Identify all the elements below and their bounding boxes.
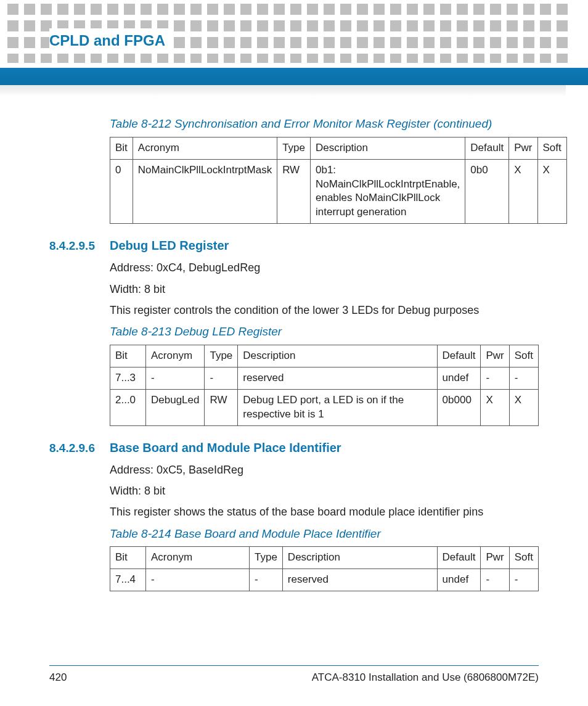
table-header-cell: Bit: [110, 547, 146, 569]
table-cell: undef: [437, 569, 481, 591]
table-row: 7...3--reservedundef--: [110, 367, 539, 389]
table-header-cell: Default: [465, 137, 509, 159]
table-header-cell: Default: [437, 547, 481, 569]
table-cell: 0: [110, 159, 133, 224]
table-row: 0NoMainClkPllLockIntrptMaskRW0b1: NoMain…: [110, 159, 567, 224]
table-header-cell: Description: [282, 547, 437, 569]
table-cell: X: [537, 159, 566, 224]
table-cell: -: [146, 367, 205, 389]
width-line: Width: 8 bit: [110, 282, 539, 297]
table-cell: RW: [277, 159, 311, 224]
table-cell: 0b1: NoMainClkPllLockIntrptEnable, enabl…: [311, 159, 465, 224]
table-cell: -: [481, 569, 509, 591]
table-cell: X: [509, 389, 538, 425]
table-header-cell: Pwr: [509, 137, 537, 159]
table-row: 2...0DebugLedRWDebug LED port, a LED is …: [110, 389, 539, 425]
table-header-cell: Soft: [537, 137, 566, 159]
page-footer: 420 ATCA-8310 Installation and Use (6806…: [49, 665, 539, 685]
table-header-cell: Acronym: [133, 137, 277, 159]
table-212: BitAcronymTypeDescriptionDefaultPwrSoft0…: [110, 137, 567, 224]
table-cell: Debug LED port, a LED is on if the respe…: [238, 389, 437, 425]
table-213-caption: Table 8-213 Debug LED Register: [110, 324, 539, 340]
table-header-cell: Type: [277, 137, 311, 159]
page-number: 420: [49, 671, 67, 685]
table-cell: RW: [205, 389, 238, 425]
table-header-row: BitAcronymTypeDescriptionDefaultPwrSoft: [110, 345, 539, 367]
table-214: BitAcronymTypeDescriptionDefaultPwrSoft7…: [110, 546, 539, 591]
table-header-row: BitAcronymTypeDescriptionDefaultPwrSoft: [110, 547, 539, 569]
table-header-cell: Acronym: [146, 547, 250, 569]
table-cell: -: [509, 569, 538, 591]
section-8-4-2-9-6-heading: 8.4.2.9.6 Base Board and Module Place Id…: [49, 440, 539, 456]
table-212-caption: Table 8-212 Synchronisation and Error Mo…: [110, 116, 539, 132]
table-header-cell: Bit: [110, 137, 133, 159]
table-cell: -: [509, 367, 538, 389]
table-cell: -: [250, 569, 283, 591]
section-number: 8.4.2.9.5: [49, 238, 101, 254]
table-cell: 0b0: [465, 159, 509, 224]
table-cell: 0b000: [437, 389, 481, 425]
section-title: Base Board and Module Place Identifier: [110, 440, 341, 456]
table-213: BitAcronymTypeDescriptionDefaultPwrSoft7…: [110, 345, 539, 426]
table-cell: 2...0: [110, 389, 146, 425]
section-description: This register controls the condition of …: [110, 303, 539, 318]
table-header-cell: Bit: [110, 345, 146, 367]
chapter-title: CPLD and FPGA: [49, 28, 170, 53]
table-cell: -: [205, 367, 238, 389]
table-cell: DebugLed: [146, 389, 205, 425]
table-row: 7...4--reservedundef--: [110, 569, 539, 591]
table-cell: -: [146, 569, 250, 591]
table-cell: NoMainClkPllLockIntrptMask: [133, 159, 277, 224]
page-content: Table 8-212 Synchronisation and Error Mo…: [49, 112, 539, 651]
table-header-cell: Pwr: [481, 345, 509, 367]
table-header-cell: Type: [250, 547, 283, 569]
section-number: 8.4.2.9.6: [49, 440, 101, 456]
table-header-cell: Default: [437, 345, 481, 367]
table-header-cell: Pwr: [481, 547, 509, 569]
section-8-4-2-9-5-heading: 8.4.2.9.5 Debug LED Register: [49, 237, 539, 254]
table-cell: -: [481, 367, 509, 389]
table-cell: undef: [437, 367, 481, 389]
table-header-cell: Acronym: [146, 345, 205, 367]
doc-id: ATCA-8310 Installation and Use (6806800M…: [312, 671, 539, 685]
table-cell: 7...4: [110, 569, 146, 591]
table-header-cell: Soft: [509, 547, 538, 569]
width-line: Width: 8 bit: [110, 483, 539, 498]
table-header-cell: Description: [238, 345, 437, 367]
table-header-cell: Soft: [509, 345, 538, 367]
table-cell: reserved: [282, 569, 437, 591]
table-header-cell: Type: [205, 345, 238, 367]
table-header-row: BitAcronymTypeDescriptionDefaultPwrSoft: [110, 137, 567, 159]
table-cell: 7...3: [110, 367, 146, 389]
section-description: This register shows the status of the ba…: [110, 504, 539, 519]
address-line: Address: 0xC4, DebugLedReg: [110, 260, 539, 275]
address-line: Address: 0xC5, BaseIdReg: [110, 462, 539, 477]
table-cell: X: [481, 389, 509, 425]
table-cell: X: [509, 159, 537, 224]
table-header-cell: Description: [311, 137, 465, 159]
header-bar: [0, 68, 588, 85]
table-214-caption: Table 8-214 Base Board and Module Place …: [110, 526, 539, 542]
section-title: Debug LED Register: [110, 237, 229, 254]
table-cell: reserved: [238, 367, 437, 389]
